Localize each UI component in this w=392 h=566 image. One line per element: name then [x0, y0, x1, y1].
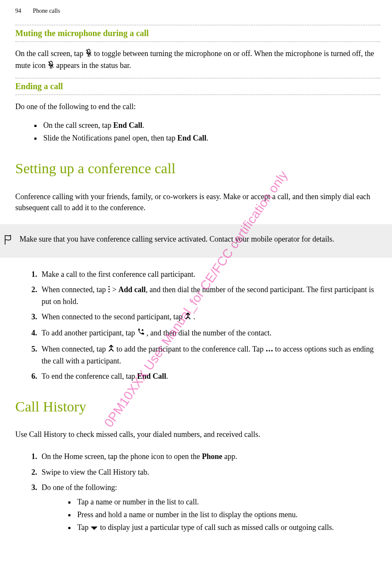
- svg-point-8: [271, 350, 272, 351]
- note-box: Make sure that you have conference calli…: [0, 224, 392, 258]
- subheading-muting: Muting the microphone during a call: [15, 27, 380, 39]
- muting-paragraph: On the call screen, tap to toggle betwee…: [15, 48, 380, 72]
- conference-intro: Conference calling with your friends, fa…: [15, 191, 380, 213]
- step-1: On the Home screen, tap the phone icon t…: [39, 451, 380, 462]
- end-call-label: End Call: [137, 372, 166, 380]
- mic-off-status-icon: [48, 60, 54, 71]
- list-item: Press and hold a name or number in the l…: [76, 509, 380, 520]
- end-call-label: End Call: [177, 134, 207, 142]
- text: .: [206, 134, 208, 142]
- note-text: Make sure that you have conference calli…: [20, 234, 384, 245]
- step-3: When connected to the second participant…: [39, 311, 380, 323]
- list-item: Slide the Notifications panel open, then…: [42, 132, 380, 144]
- conference-steps: Make a call to the first conference call…: [15, 269, 380, 382]
- heading-conference: Setting up a conference call: [15, 158, 380, 179]
- text: Tap: [77, 523, 90, 532]
- step-1: Make a call to the first conference call…: [39, 269, 380, 280]
- more-horizontal-icon: [266, 344, 273, 355]
- add-call-label: Add call: [118, 285, 146, 294]
- text: , and then dial the number of the contac…: [146, 329, 272, 337]
- divider: [15, 94, 380, 95]
- text: On the call screen, tap: [15, 49, 85, 58]
- step-6: To end the conference call, tap End Call…: [39, 371, 380, 382]
- text: to add the participant to the conference…: [116, 345, 265, 353]
- text: When connected to the second participant…: [42, 313, 185, 321]
- step-2: Swipe to view the Call History tab.: [39, 467, 380, 478]
- step-2: When connected, tap > Add call, and then…: [39, 284, 380, 307]
- add-call-icon: [137, 328, 145, 339]
- text: .: [142, 121, 144, 130]
- svg-point-5: [108, 291, 109, 292]
- text: .: [193, 313, 195, 321]
- step-4: To add another participant, tap , and th…: [39, 327, 380, 339]
- phone-app-label: Phone: [202, 452, 222, 461]
- list-item: Tap to display just a particular type of…: [76, 522, 380, 534]
- step-3: Do one of the following: Tap a name or n…: [39, 482, 380, 534]
- text: When connected, tap: [42, 285, 108, 294]
- history-steps: On the Home screen, tap the phone icon t…: [15, 451, 380, 533]
- merge-calls-icon: [108, 344, 115, 355]
- text: On the call screen, tap: [43, 121, 113, 130]
- merge-calls-icon: [185, 312, 191, 323]
- ending-list: On the call screen, tap End Call. Slide …: [15, 120, 380, 144]
- text: To end the conference call, tap: [42, 372, 137, 380]
- list-item: On the call screen, tap End Call.: [42, 120, 380, 131]
- text: app.: [222, 452, 237, 461]
- text: When connected, tap: [42, 345, 108, 353]
- dropdown-triangle-icon: [90, 522, 98, 533]
- svg-point-6: [266, 350, 267, 351]
- history-sublist: Tap a name or number in the list to call…: [55, 496, 380, 534]
- page-number: 94: [15, 8, 21, 14]
- svg-point-4: [108, 288, 109, 290]
- svg-point-3: [108, 286, 109, 287]
- mic-off-icon: [85, 48, 92, 59]
- text: Slide the Notifications panel open, then…: [43, 134, 177, 142]
- running-title: Phone calls: [33, 8, 60, 14]
- text: On the Home screen, tap the phone icon t…: [42, 452, 202, 461]
- heading-call-history: Call History: [15, 396, 380, 417]
- step-5: When connected, tap to add the participa…: [39, 344, 380, 366]
- text: .: [166, 372, 168, 380]
- running-header: 94 Phone calls: [15, 7, 380, 15]
- list-item: Tap a name or number in the list to call…: [76, 496, 380, 507]
- manual-page: 0PM10XXX User Manual_for CE/FCC certific…: [0, 0, 392, 566]
- text: To add another participant, tap: [42, 329, 137, 337]
- end-call-label: End Call: [113, 121, 143, 130]
- flag-icon: [3, 234, 20, 248]
- ending-intro: Do one of the following to end the call:: [15, 101, 380, 112]
- subheading-ending: Ending a call: [15, 80, 380, 93]
- text: appears in the status bar.: [56, 61, 131, 70]
- svg-point-7: [269, 350, 270, 351]
- more-vertical-icon: [108, 284, 110, 296]
- text: >: [112, 285, 118, 294]
- text: Do one of the following:: [42, 483, 117, 492]
- divider: [15, 41, 380, 42]
- divider: [15, 25, 380, 25]
- text: to display just a particular type of cal…: [100, 523, 334, 532]
- divider: [15, 78, 380, 79]
- history-intro: Use Call History to check missed calls, …: [15, 429, 380, 440]
